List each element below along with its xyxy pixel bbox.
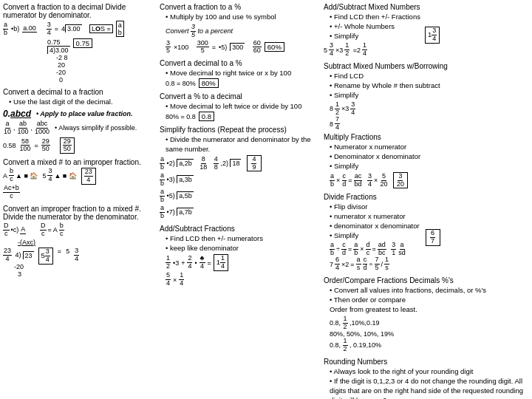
rounding-title: Rounding Numbers [324, 358, 529, 366]
df-bullet1: Flip divisor [330, 202, 420, 212]
page: Convert a fraction to a decimal Divide n… [0, 0, 532, 399]
column-2: Convert a fraction to a % Multiply by 10… [160, 3, 322, 399]
1-3over4-box: 134 [425, 27, 440, 44]
divide-fractions-section: Divide Fractions Flip divisor numerator … [324, 193, 529, 272]
34-fraction: 3 4 [47, 21, 52, 37]
df-example: ab ÷ cd = ab × dc = adbc 31 asd [330, 242, 420, 257]
multiply-fracs-title: Multiply Fractions [324, 133, 529, 141]
oc-example2: 0.8, 12 , 0.19,10% [330, 338, 529, 353]
simplify-row2: ab •3) a,3b [160, 172, 322, 188]
mf-bullet1: Numerator x numerator [330, 143, 529, 152]
decimal-to-percent-section: Convert a decimal to a % Move decimal to… [160, 59, 322, 88]
decimal-to-fraction-title: Convert a decimal to a fraction [3, 88, 158, 96]
add-subtract-fractions-section: Add/Subtract Fractions Find LCD then +/-… [160, 225, 322, 287]
23over4-box: 234 [81, 168, 96, 185]
simplify-title: Simplify fractions (Repeat the process) [160, 126, 322, 134]
decimal-example: 0.58 58100 = 2950 2950 [3, 137, 158, 154]
divide-content: Flip divisor numerator x numerator denom… [324, 202, 529, 272]
decimal-to-percent-title: Convert a decimal to a % [160, 59, 322, 67]
sb-bullet1: Find LCD [330, 72, 529, 81]
rnd-bullet2: If the digit is 0,1,2,3 or 4 do not chan… [330, 377, 529, 399]
convert-label: Convert 35 to a percent [166, 24, 322, 39]
075-box: 0.75 [73, 38, 93, 48]
df-example2: 7 64 ×2 = as cd ÷ 75 / 1s [330, 256, 420, 272]
improper-mixed-example: 234 4) 23 -20 3 534 [3, 248, 158, 278]
pct-dec-example: 80% = 0.8 0.8 [166, 112, 322, 121]
2950-box: 2950 [60, 137, 75, 154]
5three4-box: 534 [38, 248, 53, 265]
percent-to-decimal-title: Convert a % to a decimal [160, 92, 322, 100]
rounding-bullets: Always look to the right of your roundin… [324, 367, 529, 399]
improper-to-mixed-title: Convert an improper fraction to a mixed … [3, 205, 158, 221]
08-box: 0.8 [199, 112, 214, 121]
asn-example: 5 34 ×3 12 =2 14 [324, 42, 420, 58]
main-content: Convert a fraction to a decimal Divide n… [3, 3, 529, 399]
6over7-box: 67 [426, 229, 440, 246]
add-sub-frac-bullet2: keep like denominator [166, 244, 322, 253]
a-b-box: ab [116, 21, 124, 37]
improper-mixed-diagram: Dc •c) A -(Axc) Dc = A bc [3, 222, 158, 246]
order-compare-section: Order/Compare Fractions Decimals %'s Con… [324, 276, 529, 353]
mixed-to-improper-section: Convert a mixed # to an improper fractio… [3, 158, 158, 200]
improper-to-mixed-section: Convert an improper fraction to a mixed … [3, 205, 158, 278]
fraction-to-percent-title: Convert a fraction to a % [160, 3, 322, 11]
rounding-section: Rounding Numbers Always look to the righ… [324, 358, 529, 399]
add-sub-mixed-section: Add/Subtract Mixed Numbers Find LCD then… [324, 3, 529, 58]
3over20-box: 320 [393, 172, 408, 189]
frac-pct-bullet1: Multiply by 100 and use % symbol [166, 13, 322, 22]
fraction-to-percent-section: Convert a fraction to a % Multiply by 10… [160, 3, 322, 55]
mf-bullet2: Denominator x denominator [330, 152, 529, 162]
sb-example: 8 12 ×3 34 [330, 101, 529, 117]
division-work: 43.00 [61, 25, 82, 33]
60pct-box: 60% [265, 42, 284, 52]
add-sub-frac-bullet1: Find LCD then +/- numerators [166, 234, 322, 244]
column-3: Add/Subtract Mixed Numbers Find LCD then… [324, 3, 529, 399]
subtract-borrow-section: Subtract Mixed Numbers w/Borrowing Find … [324, 62, 529, 188]
asn-bullet2: +/- Whole Numbers [330, 22, 420, 32]
80pct-box: 80% [199, 78, 219, 88]
oc-bullet1: Convert all values into fractions, decim… [330, 286, 529, 296]
df-bullet4: Simplify [330, 231, 420, 241]
sb-example2: 8 74 [330, 116, 529, 132]
ab-fraction: a b [3, 21, 8, 37]
division-details: 0.75 4)3.00 -2 8 20 -20 0 0.75 [47, 38, 158, 83]
percent-to-decimal-section: Convert a % to a decimal Move decimal to… [160, 92, 322, 121]
fraction-to-decimal-title: Convert a fraction to a decimal Divide n… [3, 3, 158, 19]
los-label: LOS = [89, 24, 113, 33]
sb-bullet3: Simplify [330, 91, 529, 100]
asn-bullet3: Simplify [330, 32, 420, 41]
decimal-bullet1: Use the last digit of the decimal. [9, 98, 158, 107]
oc-result1: 80%, 50%, 10%, 19% [330, 330, 529, 338]
df-bullet2: numerator x numerator [330, 212, 420, 222]
4over9-box: 49 [247, 155, 262, 172]
place-fracs: a10 , ab100 , abc1000 • Always simplify … [3, 120, 158, 136]
frac-pct-example: 35 ×100 3005 = •5) 300 6060 60% [166, 40, 322, 55]
multiply-fractions-nested: Multiply Fractions Numerator x numerator… [324, 133, 529, 188]
subtract-borrow-title: Subtract Mixed Numbers w/Borrowing [324, 62, 529, 70]
simplify-row3: ab •5) a,5b [160, 188, 322, 204]
pct-dec-bullet1: Move decimal to left twice or divide by … [166, 102, 322, 112]
column-1: Convert a fraction to a decimal Divide n… [3, 3, 158, 399]
simplify-row1: ab •2) a,2b 818 48 ,2) 18 49 [160, 155, 322, 172]
asn-bullet1: Find LCD then +/- Fractions [330, 13, 420, 22]
add-sub-mixed-content: Find LCD then +/- Fractions +/- Whole Nu… [324, 13, 529, 58]
oc-bullet2: Then order or compare [330, 296, 529, 305]
simplify-row4: ab •7) a,7b [160, 205, 322, 220]
add-sub-frac-example2: 54 × 14 [166, 272, 322, 287]
simplify-bullet1: Divide the numerator and denominator by … [166, 135, 322, 154]
a-decimal: a.00 [22, 25, 37, 33]
rnd-bullet1: Always look to the right of your roundin… [330, 367, 529, 377]
add-sub-frac-title: Add/Subtract Fractions [160, 225, 322, 233]
fraction-to-decimal-section: Convert a fraction to a decimal Divide n… [3, 3, 158, 83]
dec-pct-bullet1: Move decimal to right twice or x by 100 [166, 69, 322, 78]
add-sub-frac-example1: 12 •3 + 24 • ♣4 = 114 [166, 254, 322, 271]
mf-bullet3: Simplify [330, 162, 529, 171]
dec-pct-example: 0.8 = 80% 80% [166, 78, 322, 88]
mixed-to-improper-title: Convert a mixed # to an improper fractio… [3, 158, 158, 166]
divide-fracs-title: Divide Fractions [324, 193, 529, 201]
order-compare-title: Order/Compare Fractions Decimals %'s [324, 276, 529, 284]
sb-bullet2: Rename by Whole # then subtract [330, 81, 529, 91]
decimal-to-fraction-section: Convert a decimal to a fraction Use the … [3, 88, 158, 154]
1quarter-box: 114 [214, 254, 228, 271]
abcd-line: 0.abcd • Apply to place value fraction. [3, 109, 158, 119]
